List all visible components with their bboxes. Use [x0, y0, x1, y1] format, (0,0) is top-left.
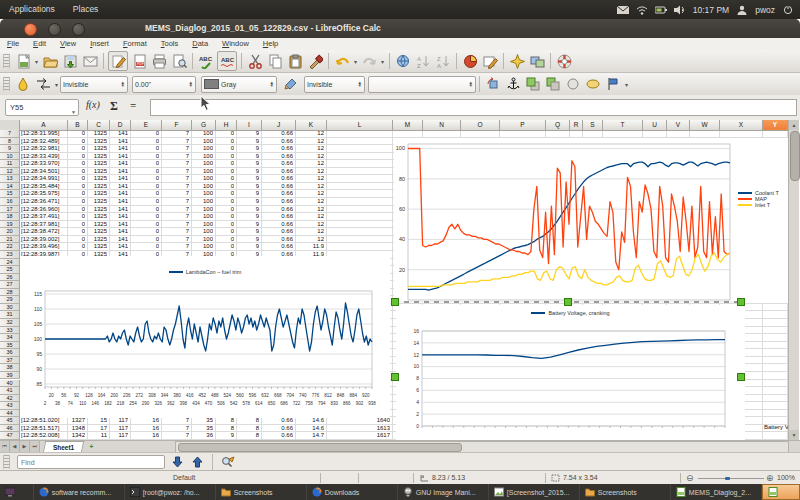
cell-D12[interactable]: 141	[111, 168, 128, 176]
print-icon[interactable]	[150, 52, 168, 70]
cell-A22[interactable]: [12:28:39.496]	[21, 243, 66, 251]
show-draw-functions-icon[interactable]	[481, 52, 499, 70]
cell-D17[interactable]: 141	[111, 206, 128, 214]
cell-G16[interactable]: 100	[193, 198, 213, 206]
cell-B45[interactable]: 1327	[69, 417, 85, 425]
redo-icon[interactable]	[360, 52, 378, 70]
cell-H12[interactable]: 0	[217, 168, 234, 176]
row-header-8[interactable]: 8	[0, 138, 20, 146]
clock[interactable]: 10:17 PM	[693, 5, 729, 15]
save-icon[interactable]	[61, 52, 79, 70]
cell-G22[interactable]: 100	[193, 243, 213, 251]
row-header-17[interactable]: 17	[0, 206, 20, 214]
send-to-back-icon[interactable]	[544, 75, 562, 93]
row-header-35[interactable]: 35	[0, 342, 20, 350]
column-header-R[interactable]: R	[570, 120, 583, 131]
cell-K12[interactable]: 12	[297, 168, 324, 176]
cell-I20[interactable]: 9	[238, 228, 259, 236]
find-input[interactable]	[17, 455, 165, 469]
cell-F9[interactable]: 7	[163, 145, 189, 153]
findbar-grip[interactable]	[3, 455, 10, 469]
cell-I18[interactable]: 9	[238, 213, 259, 221]
cell-H19[interactable]: 0	[217, 221, 234, 229]
spelling-icon[interactable]: ABC	[197, 52, 215, 70]
cell-H11[interactable]: 0	[217, 160, 234, 168]
find-and-replace-icon[interactable]	[220, 455, 236, 469]
cell-A8[interactable]: [12:28:32.489]	[21, 138, 66, 146]
sort-descending-icon[interactable]: ZA	[434, 52, 452, 70]
vertical-scroll-thumb[interactable]	[790, 131, 800, 181]
cell-E45[interactable]: 16	[132, 417, 159, 425]
cell-D22[interactable]: 141	[111, 243, 128, 251]
line-ends-icon[interactable]	[34, 75, 52, 93]
row-header-12[interactable]: 12	[0, 168, 20, 176]
row-header-30[interactable]: 30	[0, 304, 20, 312]
area-style-icon[interactable]	[282, 75, 300, 93]
cell-L45[interactable]: 1640	[328, 417, 390, 425]
cell-B13[interactable]: 0	[69, 175, 85, 183]
cell-C21[interactable]: 1325	[89, 236, 107, 244]
cell-K7[interactable]: 12	[297, 130, 324, 138]
maximize-window-button[interactable]	[72, 23, 85, 36]
user-icon[interactable]	[736, 5, 748, 15]
name-box-dropdown-icon[interactable]: ▼	[71, 105, 76, 120]
cell-B19[interactable]: 0	[69, 221, 85, 229]
cell-F15[interactable]: 7	[163, 190, 189, 198]
bring-to-front-icon[interactable]	[524, 75, 542, 93]
cell-B47[interactable]: 1342	[69, 432, 85, 440]
row-header-39[interactable]: 39	[0, 372, 20, 380]
cell-A19[interactable]: [12:28:37.981]	[21, 221, 66, 229]
cell-F17[interactable]: 7	[163, 206, 189, 214]
row-header-7[interactable]: 7	[0, 130, 20, 138]
cell-D11[interactable]: 141	[111, 160, 128, 168]
row-header-34[interactable]: 34	[0, 334, 20, 342]
cell-J8[interactable]: 0.66	[263, 138, 293, 146]
cell-I8[interactable]: 9	[238, 138, 259, 146]
row-header-44[interactable]: 44	[0, 410, 20, 418]
cell-E22[interactable]: 0	[132, 243, 159, 251]
cell-F18[interactable]: 7	[163, 213, 189, 221]
show-desktop-button[interactable]	[0, 484, 34, 500]
row-header-47[interactable]: 47	[0, 432, 20, 440]
cell-I19[interactable]: 9	[238, 221, 259, 229]
cell-C9[interactable]: 1325	[89, 145, 107, 153]
row-header-31[interactable]: 31	[0, 311, 20, 319]
cell-J12[interactable]: 0.66	[263, 168, 293, 176]
cell-C7[interactable]: 1325	[89, 130, 107, 138]
paste-icon[interactable]	[286, 52, 304, 70]
cell-E46[interactable]: 16	[132, 425, 159, 433]
mail-icon[interactable]	[617, 5, 629, 15]
cell-D45[interactable]: 117	[111, 417, 128, 425]
cell-G47[interactable]: 36	[193, 432, 213, 440]
cell-I10[interactable]: 9	[238, 153, 259, 161]
chart-engine-temps[interactable]: 20406080100Coolant TMAPInlet T	[394, 138, 788, 303]
cell-B7[interactable]: 0	[69, 130, 85, 138]
cell-F47[interactable]: 7	[163, 432, 189, 440]
cell-E19[interactable]: 0	[132, 221, 159, 229]
cell-K8[interactable]: 12	[297, 138, 324, 146]
line-style-select[interactable]: Invisible▲▼	[60, 76, 128, 93]
row-header-20[interactable]: 20	[0, 228, 20, 236]
cell-H16[interactable]: 0	[217, 198, 234, 206]
cell-H17[interactable]: 0	[217, 206, 234, 214]
chart-battery-voltage[interactable]: 0246810121416Battery Voltage, cranking	[396, 305, 745, 440]
cell-J16[interactable]: 0.66	[263, 198, 293, 206]
menu-format[interactable]: Format	[116, 38, 154, 50]
cell-C15[interactable]: 1325	[89, 190, 107, 198]
cell-H22[interactable]: 0	[217, 243, 234, 251]
cell-B17[interactable]: 0	[69, 206, 85, 214]
row-header-45[interactable]: 45	[0, 417, 20, 425]
undo-caret[interactable]: ▾	[352, 52, 359, 70]
name-box[interactable]: Y55▼	[5, 99, 79, 116]
cell-G12[interactable]: 100	[193, 168, 213, 176]
edit-mode-icon[interactable]	[108, 51, 128, 71]
cell-D16[interactable]: 141	[111, 198, 128, 206]
export-pdf-icon[interactable]: PDF	[130, 52, 148, 70]
cell-H13[interactable]: 0	[217, 175, 234, 183]
cell-D18[interactable]: 141	[111, 213, 128, 221]
cell-A7[interactable]: [12:28:31.995]	[21, 130, 66, 138]
taskbar-item-downloads[interactable]: Downloads	[307, 484, 398, 500]
cell-F20[interactable]: 7	[163, 228, 189, 236]
menu-file[interactable]: File	[0, 38, 26, 50]
cell-E20[interactable]: 0	[132, 228, 159, 236]
